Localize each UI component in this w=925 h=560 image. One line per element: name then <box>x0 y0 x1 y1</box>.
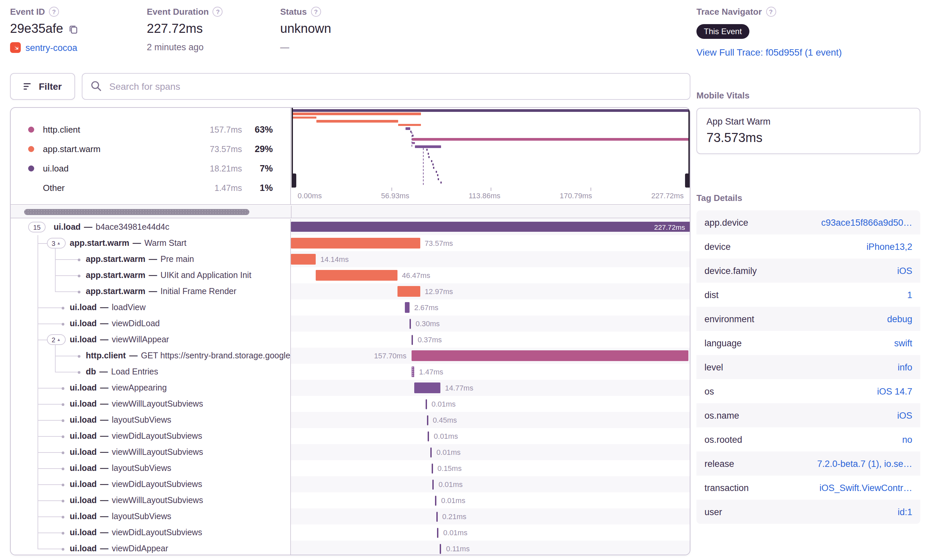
span-duration-bar[interactable] <box>410 318 411 329</box>
span-duration-bar[interactable] <box>414 383 440 393</box>
span-row[interactable]: app.start.warm—UIKit and Application Ini… <box>11 267 690 283</box>
span-duration-bar[interactable] <box>436 512 437 521</box>
span-tree-cell: ui.load—viewWillLayoutSubviews <box>11 492 291 508</box>
tag-value-link[interactable]: info <box>898 362 912 372</box>
span-row[interactable]: app.start.warm—Initial Frame Render12.97… <box>11 283 690 299</box>
span-row[interactable]: ui.load—viewWillLayoutSubviews0.01ms <box>11 492 690 508</box>
span-duration-bar[interactable] <box>291 222 690 232</box>
span-duration-bar[interactable] <box>437 527 439 537</box>
tag-value-link[interactable]: 7.2.0-beta.7 (1), io.se… <box>817 458 912 468</box>
help-icon[interactable]: ? <box>766 7 776 17</box>
tag-value-link[interactable]: no <box>902 434 912 444</box>
tag-value-link[interactable]: id:1 <box>898 507 912 517</box>
tag-value-link[interactable]: 1 <box>907 290 912 300</box>
tag-row: os.rootedno <box>696 427 920 452</box>
help-icon[interactable]: ? <box>213 7 223 17</box>
span-children-badge[interactable]: 2▲ <box>47 334 65 345</box>
tag-value-link[interactable]: c93ace15f866a9d50… <box>821 218 912 227</box>
span-row[interactable]: ui.load—viewAppearing14.77ms <box>11 380 690 396</box>
span-row[interactable]: ui.load—viewWillLayoutSubviews0.01ms <box>11 396 690 412</box>
span-row[interactable]: http.client—GET https://sentry-brand.sto… <box>11 348 690 364</box>
span-duration-bar[interactable] <box>291 238 420 249</box>
minimap-right-grip[interactable] <box>685 174 690 188</box>
project-link[interactable]: sentry-cocoa <box>26 42 77 53</box>
tag-value-link[interactable]: iOS_Swift.ViewContr… <box>820 483 912 493</box>
legend-op-duration: 73.57ms <box>188 144 242 154</box>
tree-connector-dot <box>78 274 80 277</box>
tag-value-link[interactable]: debug <box>887 314 912 324</box>
span-duration-bar[interactable] <box>431 463 433 473</box>
span-duration-bar[interactable] <box>291 254 316 264</box>
span-duration-label: 0.01ms <box>441 492 465 508</box>
span-bar-cell: 0.21ms <box>291 508 690 524</box>
span-bar-cell: 227.72ms <box>291 219 690 235</box>
span-duration-bar[interactable] <box>426 415 428 425</box>
tree-scrollbar-track[interactable] <box>11 206 690 218</box>
span-duration-bar[interactable] <box>425 399 426 409</box>
tag-value-link[interactable]: iOS <box>897 266 912 276</box>
span-duration-bar[interactable] <box>435 495 436 505</box>
span-row[interactable]: ui.load—viewWillLayoutSubviews0.01ms <box>11 444 690 460</box>
span-duration-bar[interactable] <box>316 270 397 281</box>
tree-connector-dot <box>78 355 80 357</box>
span-row[interactable]: ui.load—loadView2.67ms <box>11 299 690 315</box>
span-row[interactable]: app.start.warm—Pre main14.14ms <box>11 251 690 267</box>
minimap-span-bar <box>398 123 420 126</box>
span-row[interactable]: 2▲ui.load—viewWillAppear0.37ms <box>11 332 690 348</box>
axis-tick-label: 227.72ms <box>651 192 684 200</box>
span-duration-bar[interactable] <box>412 366 414 377</box>
span-op: ui.load <box>70 399 97 408</box>
span-row[interactable]: 15ui.load—b4ace34981e44d4c227.72ms <box>11 219 690 235</box>
span-children-badge[interactable]: 15 <box>28 222 45 233</box>
span-separator: — <box>100 447 108 457</box>
span-row[interactable]: db—Load Entries1.47ms <box>11 364 690 380</box>
view-full-trace-link[interactable]: View Full Trace: f05d955f (1 event) <box>696 47 920 58</box>
span-tree-cell: 2▲ui.load—viewWillAppear <box>11 332 291 348</box>
span-row[interactable]: ui.load—viewDidLayoutSubviews0.01ms <box>11 524 690 540</box>
span-row[interactable]: ui.load—viewDidLayoutSubviews0.01ms <box>11 476 690 492</box>
legend-op-duration: 18.21ms <box>188 164 242 173</box>
span-description: layoutSubViews <box>112 512 171 521</box>
span-children-badge[interactable]: 3▲ <box>47 238 65 249</box>
tag-key: user <box>705 507 722 517</box>
span-duration-bar[interactable] <box>397 286 420 297</box>
span-op: ui.load <box>70 528 97 537</box>
tag-row: app.devicec93ace15f866a9d50… <box>696 210 920 234</box>
span-separator: — <box>100 415 108 425</box>
legend-op-percent: 29% <box>242 144 273 154</box>
span-duration-bar[interactable] <box>405 302 410 313</box>
span-duration-bar[interactable] <box>430 447 432 457</box>
span-duration-bar[interactable] <box>411 335 413 345</box>
minimap-left-grip[interactable] <box>292 174 296 188</box>
tag-value-link[interactable]: iPhone13,2 <box>866 242 912 252</box>
copy-icon[interactable] <box>69 24 79 34</box>
tag-value-link[interactable]: iOS 14.7 <box>877 386 912 396</box>
span-row[interactable]: ui.load—layoutSubViews0.15ms <box>11 460 690 476</box>
tag-value-link[interactable]: swift <box>894 338 912 348</box>
tree-rail <box>55 249 56 291</box>
chevron-up-icon: ▲ <box>57 338 61 342</box>
tag-key: release <box>705 458 734 468</box>
span-description: layoutSubViews <box>112 464 171 473</box>
event-id-value: 29e35afe <box>10 21 63 36</box>
span-duration-bar[interactable] <box>432 479 434 489</box>
help-icon[interactable]: ? <box>49 7 59 17</box>
tag-value-link[interactable]: iOS <box>897 410 912 420</box>
tree-rail <box>55 345 56 372</box>
span-row[interactable]: 3▲app.start.warm—Warm Start73.57ms <box>11 235 690 251</box>
span-row[interactable]: ui.load—viewDidAppear0.11ms <box>11 540 690 555</box>
search-input[interactable] <box>82 73 690 100</box>
span-row[interactable]: ui.load—viewDidLayoutSubviews0.01ms <box>11 428 690 444</box>
filter-button[interactable]: Filter <box>10 73 75 100</box>
this-event-badge[interactable]: This Event <box>696 24 749 39</box>
span-row[interactable]: ui.load—viewDidLoad0.30ms <box>11 315 690 332</box>
span-duration-bar[interactable] <box>412 350 688 361</box>
span-duration-bar[interactable] <box>440 543 441 554</box>
span-separator: — <box>100 303 108 312</box>
tree-scrollbar-thumb[interactable] <box>24 209 249 215</box>
span-duration-bar[interactable] <box>428 431 429 441</box>
help-icon[interactable]: ? <box>311 7 321 17</box>
span-row[interactable]: ui.load—layoutSubViews0.45ms <box>11 412 690 428</box>
trace-minimap[interactable]: 0.00ms56.93ms113.86ms170.79ms227.72ms <box>292 108 690 204</box>
span-row[interactable]: ui.load—layoutSubViews0.21ms <box>11 508 690 524</box>
